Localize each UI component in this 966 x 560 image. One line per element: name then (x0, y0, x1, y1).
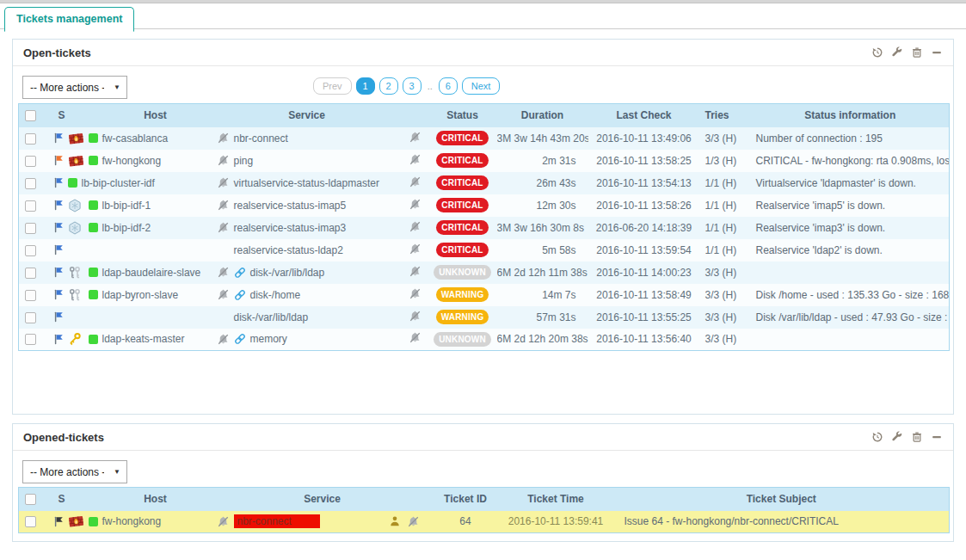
refresh-icon[interactable] (871, 46, 883, 58)
collapse-icon[interactable] (931, 431, 943, 443)
table-row: lb-bip-cluster-idf virtualservice-status… (19, 172, 950, 194)
last-check-cell: 2016-10-11 13:49:06 (588, 127, 700, 150)
column-header-status-information[interactable]: Status information (752, 104, 950, 127)
trash-icon[interactable] (911, 46, 923, 58)
pagination-prev-button[interactable]: Prev (313, 77, 352, 95)
pagination-page-2[interactable]: 2 (379, 77, 398, 95)
last-check-cell: 2016-10-11 13:58:49 (588, 284, 700, 306)
refresh-icon[interactable] (871, 431, 883, 443)
column-header-service[interactable]: Service (212, 488, 434, 511)
open-tickets-header: Open-tickets (13, 40, 953, 66)
row-checkbox[interactable] (25, 200, 36, 212)
flag-icon (53, 132, 64, 145)
status-badge: UNKNOWN (434, 332, 491, 347)
column-header-s[interactable]: S (43, 104, 100, 127)
green-status-icon (89, 200, 98, 210)
service-link[interactable]: disk-/home (250, 289, 301, 301)
green-status-icon (89, 223, 98, 232)
row-checkbox[interactable] (25, 178, 36, 189)
service-link[interactable]: nbr-connect (234, 132, 288, 145)
status-badge: CRITICAL (436, 198, 488, 212)
host-link[interactable]: fw-hongkong (102, 155, 162, 167)
table-row: fw-casablanca nbr-connect CRITICAL 3M 3w… (19, 127, 950, 150)
last-check-cell: 2016-10-11 13:56:40 (588, 329, 700, 351)
select-all-checkbox[interactable] (25, 110, 36, 121)
table-row: ldap-byron-slave disk-/home WARNING 14m … (19, 284, 950, 306)
row-checkbox[interactable] (25, 516, 36, 527)
more-actions-select[interactable]: -- More actions -- (22, 76, 127, 99)
more-actions-select[interactable]: -- More actions -- (22, 460, 127, 483)
column-header-ticket-id[interactable]: Ticket ID (434, 488, 498, 511)
notifications-disabled-icon (409, 153, 421, 166)
trash-icon[interactable] (911, 431, 923, 443)
host-link[interactable]: lb-bip-idf-2 (102, 222, 151, 234)
column-header-s[interactable]: S (43, 488, 100, 511)
service-link[interactable]: memory (250, 333, 287, 345)
service-link[interactable]: realservice-status-imap5 (234, 200, 347, 212)
ticket-id-cell: 64 (434, 511, 498, 533)
tries-cell: 3/3 (H) (700, 329, 752, 351)
row-checkbox[interactable] (25, 290, 36, 301)
pagination-page-6[interactable]: 6 (439, 77, 458, 95)
select-all-checkbox[interactable] (25, 494, 36, 505)
service-link[interactable]: realservice-status-imap3 (234, 222, 347, 234)
column-header-host[interactable]: Host (100, 104, 212, 127)
column-header-service[interactable]: Service (212, 104, 403, 127)
table-row: ldap-baudelaire-slave disk-/var/lib/ldap… (19, 262, 950, 284)
host-link[interactable]: ldap-baudelaire-slave (102, 267, 201, 279)
column-header-ticket-subject[interactable]: Ticket Subject (614, 488, 950, 511)
row-checkbox[interactable] (25, 156, 36, 167)
green-status-icon (89, 156, 98, 165)
status-information-cell: CRITICAL - fw-hongkong: rta 0.908ms, los… (752, 150, 950, 172)
column-header-tries[interactable]: Tries (700, 104, 752, 127)
pagination-page-1[interactable]: 1 (356, 77, 375, 95)
column-header-status[interactable]: Status (428, 104, 497, 127)
notifications-disabled-icon (409, 287, 421, 300)
last-check-cell: 2016-10-11 13:54:13 (588, 172, 700, 194)
collapse-icon[interactable] (931, 46, 943, 58)
tab-tickets-management[interactable]: Tickets management (4, 7, 134, 32)
column-header-host[interactable]: Host (100, 488, 212, 511)
flag-icon (53, 515, 64, 528)
row-checkbox[interactable] (25, 268, 36, 279)
row-checkbox[interactable] (25, 245, 36, 256)
pagination-next-button[interactable]: Next (462, 77, 501, 95)
service-link-critical[interactable]: nbr-connect (234, 514, 320, 528)
row-checkbox[interactable] (25, 133, 36, 145)
tries-cell: 3/3 (H) (700, 262, 752, 284)
service-link[interactable]: disk-/var/lib/ldap (234, 311, 309, 323)
row-checkbox[interactable] (25, 223, 36, 234)
notifications-disabled-icon (217, 515, 230, 528)
status-information-cell: Realservice 'imap3' is down. (752, 217, 950, 239)
notifications-disabled-icon (217, 266, 230, 279)
duration-cell: 5m 58s (497, 239, 588, 262)
column-header-bell (403, 104, 428, 127)
flag-icon (53, 266, 64, 279)
wrench-icon[interactable] (891, 46, 903, 58)
column-header-ticket-time[interactable]: Ticket Time (498, 488, 614, 511)
notifications-disabled-icon (409, 220, 421, 233)
service-link[interactable]: realservice-status-ldap2 (234, 244, 343, 256)
status-information-cell: Realservice 'ldap2' is down. (752, 239, 950, 262)
wrench-icon[interactable] (891, 431, 903, 443)
host-link[interactable]: fw-casablanca (102, 132, 169, 145)
tries-cell: 3/3 (H) (700, 284, 752, 306)
column-header-duration[interactable]: Duration (497, 104, 588, 127)
service-link[interactable]: disk-/var/lib/ldap (250, 267, 325, 279)
status-information-cell (752, 329, 950, 351)
host-link[interactable]: fw-hongkong (102, 515, 162, 527)
notifications-disabled-icon (217, 288, 230, 301)
service-link[interactable]: ping (234, 155, 254, 167)
host-link[interactable]: ldap-byron-slave (102, 289, 179, 301)
host-link[interactable]: lb-bip-idf-1 (102, 200, 151, 212)
host-link[interactable]: ldap-keats-master (102, 333, 185, 345)
tries-cell: 1/1 (H) (700, 217, 752, 239)
host-link[interactable]: lb-bip-cluster-idf (82, 177, 155, 189)
service-link[interactable]: virtualservice-status-ldapmaster (234, 177, 379, 189)
link-icon (234, 289, 246, 301)
pagination-page-3[interactable]: 3 (403, 77, 421, 95)
row-checkbox[interactable] (25, 334, 36, 345)
notifications-disabled-icon (217, 199, 230, 212)
row-checkbox[interactable] (25, 312, 36, 323)
column-header-last-check[interactable]: Last Check (588, 104, 700, 127)
